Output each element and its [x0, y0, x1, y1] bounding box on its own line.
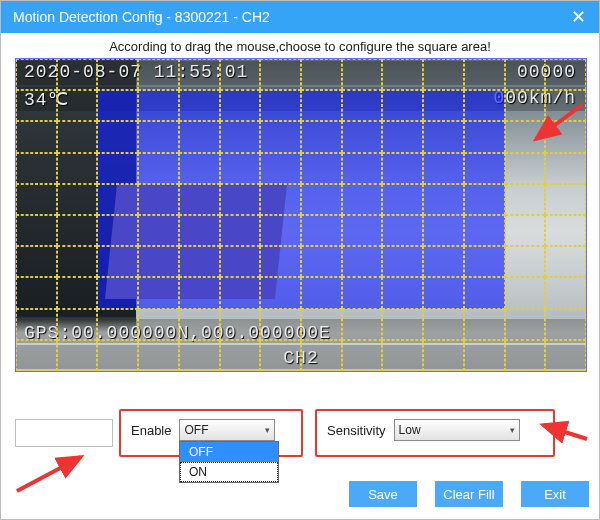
grid-cell[interactable]	[179, 59, 220, 90]
grid-cell[interactable]	[505, 59, 546, 90]
grid-cell[interactable]	[301, 90, 342, 121]
grid-cell[interactable]	[57, 309, 98, 340]
grid-cell[interactable]	[342, 59, 383, 90]
grid-cell[interactable]	[260, 59, 301, 90]
grid-cell[interactable]	[464, 184, 505, 215]
grid-cell[interactable]	[57, 121, 98, 152]
grid-cell[interactable]	[179, 121, 220, 152]
grid-cell[interactable]	[545, 246, 586, 277]
grid-cell[interactable]	[342, 121, 383, 152]
grid-cell[interactable]	[505, 184, 546, 215]
grid-cell[interactable]	[260, 340, 301, 371]
grid-cell[interactable]	[464, 215, 505, 246]
grid-cell[interactable]	[260, 121, 301, 152]
grid-cell[interactable]	[301, 309, 342, 340]
grid-cell[interactable]	[220, 215, 261, 246]
grid-cell[interactable]	[57, 340, 98, 371]
grid-cell[interactable]	[16, 277, 57, 308]
enable-option[interactable]: OFF	[180, 442, 278, 462]
grid-cell[interactable]	[220, 121, 261, 152]
grid-cell[interactable]	[220, 340, 261, 371]
grid-cell[interactable]	[16, 153, 57, 184]
grid-cell[interactable]	[342, 246, 383, 277]
grid-cell[interactable]	[505, 246, 546, 277]
grid-cell[interactable]	[179, 340, 220, 371]
grid-cell[interactable]	[545, 309, 586, 340]
grid-cell[interactable]	[505, 277, 546, 308]
grid-cell[interactable]	[382, 90, 423, 121]
grid-cell[interactable]	[423, 215, 464, 246]
grid-cell[interactable]	[179, 309, 220, 340]
grid-cell[interactable]	[138, 184, 179, 215]
grid-cell[interactable]	[179, 215, 220, 246]
grid-cell[interactable]	[57, 153, 98, 184]
grid-cell[interactable]	[464, 246, 505, 277]
grid-cell[interactable]	[138, 121, 179, 152]
grid-cell[interactable]	[97, 59, 138, 90]
grid-cell[interactable]	[505, 340, 546, 371]
grid-cell[interactable]	[16, 246, 57, 277]
grid-cell[interactable]	[464, 121, 505, 152]
grid-cell[interactable]	[505, 309, 546, 340]
grid-cell[interactable]	[382, 309, 423, 340]
grid-cell[interactable]	[382, 277, 423, 308]
grid-cell[interactable]	[16, 59, 57, 90]
grid-cell[interactable]	[220, 184, 261, 215]
grid-cell[interactable]	[301, 184, 342, 215]
grid-cell[interactable]	[423, 90, 464, 121]
grid-cell[interactable]	[138, 309, 179, 340]
video-preview[interactable]: 2020-08-07 11:55:01 00000 34℃ 000km/h GP…	[15, 58, 587, 372]
close-icon[interactable]: ✕	[557, 1, 599, 33]
grid-cell[interactable]	[97, 246, 138, 277]
grid-cell[interactable]	[545, 277, 586, 308]
grid-cell[interactable]	[260, 246, 301, 277]
grid-cell[interactable]	[97, 184, 138, 215]
grid-cell[interactable]	[97, 309, 138, 340]
grid-cell[interactable]	[301, 340, 342, 371]
grid-cell[interactable]	[301, 277, 342, 308]
grid-cell[interactable]	[16, 215, 57, 246]
grid-cell[interactable]	[464, 59, 505, 90]
grid-cell[interactable]	[505, 153, 546, 184]
grid-cell[interactable]	[382, 215, 423, 246]
grid-cell[interactable]	[545, 153, 586, 184]
grid-cell[interactable]	[97, 90, 138, 121]
grid-cell[interactable]	[423, 153, 464, 184]
grid-cell[interactable]	[505, 215, 546, 246]
grid-cell[interactable]	[97, 153, 138, 184]
grid-cell[interactable]	[464, 340, 505, 371]
grid-cell[interactable]	[423, 121, 464, 152]
grid-cell[interactable]	[260, 309, 301, 340]
grid-cell[interactable]	[464, 90, 505, 121]
grid-cell[interactable]	[57, 90, 98, 121]
grid-cell[interactable]	[464, 309, 505, 340]
exit-button[interactable]: Exit	[521, 481, 589, 507]
grid-cell[interactable]	[57, 184, 98, 215]
grid-cell[interactable]	[301, 59, 342, 90]
grid-cell[interactable]	[138, 215, 179, 246]
grid-cell[interactable]	[382, 153, 423, 184]
grid-cell[interactable]	[301, 153, 342, 184]
grid-cell[interactable]	[423, 309, 464, 340]
grid-cell[interactable]	[57, 277, 98, 308]
grid-cell[interactable]	[138, 277, 179, 308]
grid-cell[interactable]	[382, 59, 423, 90]
grid-cell[interactable]	[260, 184, 301, 215]
clear-fill-button[interactable]: Clear Fill	[435, 481, 503, 507]
grid-cell[interactable]	[423, 277, 464, 308]
grid-cell[interactable]	[342, 309, 383, 340]
grid-cell[interactable]	[423, 246, 464, 277]
grid-cell[interactable]	[545, 59, 586, 90]
grid-cell[interactable]	[423, 340, 464, 371]
grid-cell[interactable]	[179, 277, 220, 308]
grid-cell[interactable]	[545, 215, 586, 246]
grid-cell[interactable]	[179, 184, 220, 215]
grid-cell[interactable]	[382, 184, 423, 215]
grid-cell[interactable]	[423, 184, 464, 215]
grid-cell[interactable]	[138, 340, 179, 371]
grid-cell[interactable]	[464, 277, 505, 308]
grid-cell[interactable]	[342, 184, 383, 215]
grid-cell[interactable]	[301, 246, 342, 277]
grid-cell[interactable]	[220, 277, 261, 308]
grid-cell[interactable]	[97, 340, 138, 371]
